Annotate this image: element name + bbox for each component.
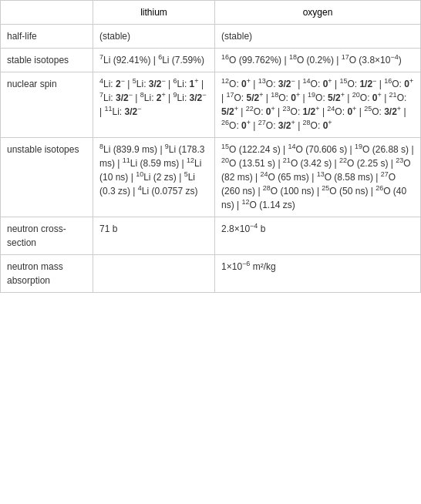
table-row: neutron mass absorption 1×10−6 m²/kg [1, 255, 421, 293]
nuclear-spin-lithium: 4Li: 2− | 5Li: 3/2− | 6Li: 1+ | 7Li: 3/2… [93, 72, 215, 138]
neutron-cross-section-lithium: 71 b [93, 217, 215, 255]
neutron-mass-absorption-lithium [93, 255, 215, 293]
row-label-stable-isotopes: stable isotopes [1, 49, 93, 72]
table-row: nuclear spin 4Li: 2− | 5Li: 3/2− | 6Li: … [1, 72, 421, 138]
row-label-neutron-mass-absorption: neutron mass absorption [1, 255, 93, 293]
stable-isotopes-lithium: 7Li (92.41%) | 6Li (7.59%) [93, 49, 215, 72]
half-life-lithium: (stable) [93, 25, 215, 49]
row-label-unstable-isotopes: unstable isotopes [1, 138, 93, 217]
nuclear-spin-oxygen: 12O: 0+ | 13O: 3/2− | 14O: 0+ | 15O: 1/2… [215, 72, 421, 138]
neutron-cross-section-oxygen: 2.8×10−4 b [215, 217, 421, 255]
neutron-mass-absorption-oxygen: 1×10−6 m²/kg [215, 255, 421, 293]
stable-isotopes-oxygen: 16O (99.762%) | 18O (0.2%) | 17O (3.8×10… [215, 49, 421, 72]
unstable-isotopes-oxygen: 15O (122.24 s) | 14O (70.606 s) | 19O (2… [215, 138, 421, 217]
table-row: neutron cross-section 71 b 2.8×10−4 b [1, 217, 421, 255]
header-oxygen: oxygen [215, 1, 421, 25]
table-row: half-life (stable) (stable) [1, 25, 421, 49]
row-label-half-life: half-life [1, 25, 93, 49]
unstable-isotopes-lithium: 8Li (839.9 ms) | 9Li (178.3 ms) | 11Li (… [93, 138, 215, 217]
header-lithium: lithium [93, 1, 215, 25]
row-label-nuclear-spin: nuclear spin [1, 72, 93, 138]
header-empty [1, 1, 93, 25]
row-label-neutron-cross-section: neutron cross-section [1, 217, 93, 255]
half-life-oxygen: (stable) [215, 25, 421, 49]
table-row: stable isotopes 7Li (92.41%) | 6Li (7.59… [1, 49, 421, 72]
table-row: unstable isotopes 8Li (839.9 ms) | 9Li (… [1, 138, 421, 217]
